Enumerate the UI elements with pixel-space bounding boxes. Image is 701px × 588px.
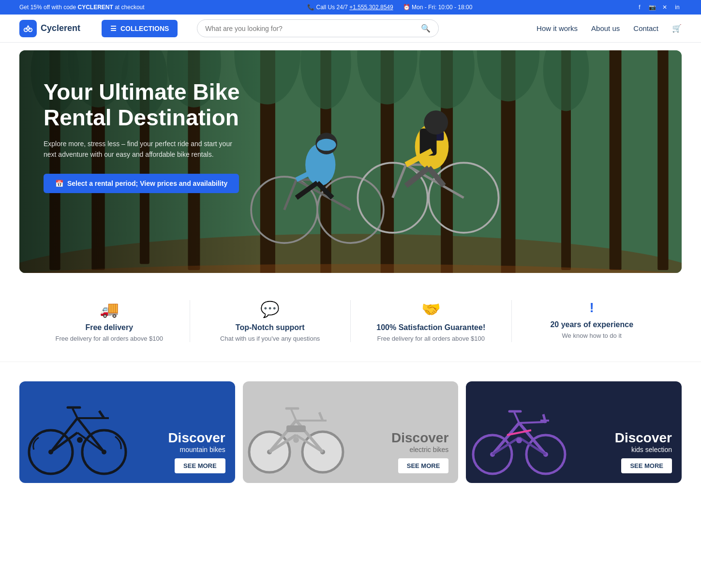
- svg-line-60: [73, 408, 77, 418]
- experience-icon: !: [522, 300, 663, 316]
- feature-free-delivery: 🚚 Free delivery Free delivery for all or…: [29, 300, 190, 342]
- category-discover-electric: Discover: [391, 430, 448, 446]
- main-nav: How it works About us Contact 🛒: [537, 24, 682, 33]
- see-more-electric-button[interactable]: SEE MORE: [398, 458, 449, 473]
- category-subtitle-kids: kids selection: [615, 446, 672, 453]
- svg-rect-14: [610, 50, 622, 270]
- category-mountain-bikes: Discover mountain bikes SEE MORE: [19, 381, 235, 483]
- topbar-center: 📞 Call Us 24/7 +1.555.302.8549 ⏰ Mon - F…: [307, 4, 472, 11]
- kids-bike-image: [471, 394, 567, 478]
- category-electric-content: Discover electric bikes SEE MORE: [391, 430, 448, 473]
- mountain-bike-image: [24, 394, 131, 478]
- cart-icon[interactable]: 🛒: [672, 24, 682, 33]
- logo[interactable]: Cyclerent: [19, 20, 92, 37]
- instagram-icon[interactable]: 📷: [648, 3, 656, 12]
- x-icon[interactable]: ✕: [660, 3, 669, 12]
- topbar: Get 15% off with code CYCLERENT at check…: [0, 0, 701, 15]
- nav-contact[interactable]: Contact: [633, 24, 658, 32]
- svg-line-74: [291, 409, 296, 421]
- phone-info: 📞 Call Us 24/7 +1.555.302.8549: [307, 4, 393, 11]
- header: Cyclerent ☰ COLLECTIONS 🔍 How it works A…: [0, 15, 701, 43]
- hero-cta-button[interactable]: 📅 Select a rental period; View prices an…: [44, 174, 239, 193]
- category-electric-bikes: Discover electric bikes SEE MORE: [243, 381, 459, 483]
- svg-rect-15: [657, 50, 668, 270]
- support-icon: 💬: [200, 300, 341, 318]
- feature-title-guarantee: 100% Satisfaction Guarantee!: [360, 323, 502, 332]
- nav-how-it-works[interactable]: How it works: [537, 24, 578, 32]
- hero-cta-label: Select a rental period; View prices and …: [67, 180, 227, 187]
- category-kids-content: Discover kids selection SEE MORE: [615, 430, 672, 473]
- hero-subtitle: Explore more, stress less – find your pe…: [44, 138, 237, 160]
- category-discover-kids: Discover: [615, 430, 672, 446]
- nav-about-us[interactable]: About us: [591, 24, 620, 32]
- svg-line-76: [319, 412, 323, 421]
- search-bar: 🔍: [197, 19, 439, 37]
- feature-support: 💬 Top-Notch support Chat with us if you'…: [190, 300, 351, 342]
- svg-point-0: [24, 28, 28, 31]
- svg-line-93: [519, 422, 545, 423]
- svg-line-89: [514, 412, 519, 423]
- features-section: 🚚 Free delivery Free delivery for all or…: [0, 281, 701, 362]
- hero-content: Your Ultimate Bike Rental Destination Ex…: [19, 50, 290, 222]
- hero-title: Your Ultimate Bike Rental Destination: [44, 79, 266, 131]
- feature-desc-experience: We know how to do it: [522, 332, 663, 339]
- category-subtitle-mountain: mountain bikes: [168, 446, 225, 453]
- phone-link[interactable]: +1.555.302.8549: [349, 4, 393, 11]
- category-kids-selection: Discover kids selection SEE MORE: [466, 381, 682, 483]
- hero-section: Your Ultimate Bike Rental Destination Ex…: [19, 50, 682, 273]
- guarantee-icon: 🤝: [360, 300, 502, 318]
- svg-point-47: [424, 110, 448, 135]
- feature-desc-delivery: Free delivery for all orders above $100: [39, 335, 180, 342]
- calendar-icon: 📅: [55, 180, 63, 187]
- category-discover-mountain: Discover: [168, 430, 225, 446]
- svg-point-80: [293, 437, 299, 443]
- facebook-icon[interactable]: f: [635, 3, 644, 12]
- search-icon[interactable]: 🔍: [421, 24, 431, 33]
- linkedin-icon[interactable]: in: [673, 3, 682, 12]
- svg-rect-79: [286, 425, 306, 432]
- feature-title-experience: 20 years of experience: [522, 320, 663, 329]
- hours-info: ⏰ Mon - Fri: 10:00 - 18:00: [403, 4, 473, 11]
- svg-point-1: [29, 28, 32, 31]
- search-input[interactable]: [205, 25, 417, 32]
- collections-label: COLLECTIONS: [120, 25, 169, 32]
- logo-text: Cyclerent: [41, 23, 80, 33]
- feature-experience: ! 20 years of experience We know how to …: [512, 300, 672, 339]
- svg-point-95: [516, 437, 522, 443]
- feature-desc-support: Chat with us if you've any questions: [200, 335, 341, 342]
- collections-button[interactable]: ☰ COLLECTIONS: [102, 20, 178, 37]
- electric-bike-image: [248, 394, 344, 478]
- feature-guarantee: 🤝 100% Satisfaction Guarantee! Free deli…: [351, 300, 511, 342]
- feature-desc-guarantee: Free delivery for all orders above $100: [360, 335, 502, 342]
- svg-point-65: [77, 437, 83, 443]
- category-subtitle-electric: electric bikes: [391, 446, 448, 453]
- categories-section: Discover mountain bikes SEE MORE: [0, 362, 701, 502]
- logo-icon: [19, 20, 37, 37]
- feature-title-delivery: Free delivery: [39, 323, 180, 332]
- see-more-kids-button[interactable]: SEE MORE: [621, 458, 672, 473]
- social-links: f 📷 ✕ in: [635, 3, 682, 12]
- category-mountain-content: Discover mountain bikes SEE MORE: [168, 430, 225, 473]
- feature-title-support: Top-Notch support: [200, 323, 341, 332]
- promo-text: Get 15% off with code CYCLERENT at check…: [19, 4, 145, 11]
- see-more-mountain-button[interactable]: SEE MORE: [175, 458, 225, 473]
- delivery-icon: 🚚: [39, 300, 180, 318]
- svg-line-62: [99, 411, 104, 418]
- menu-icon: ☰: [110, 25, 117, 32]
- topbar-promo: Get 15% off with code CYCLERENT at check…: [19, 4, 145, 11]
